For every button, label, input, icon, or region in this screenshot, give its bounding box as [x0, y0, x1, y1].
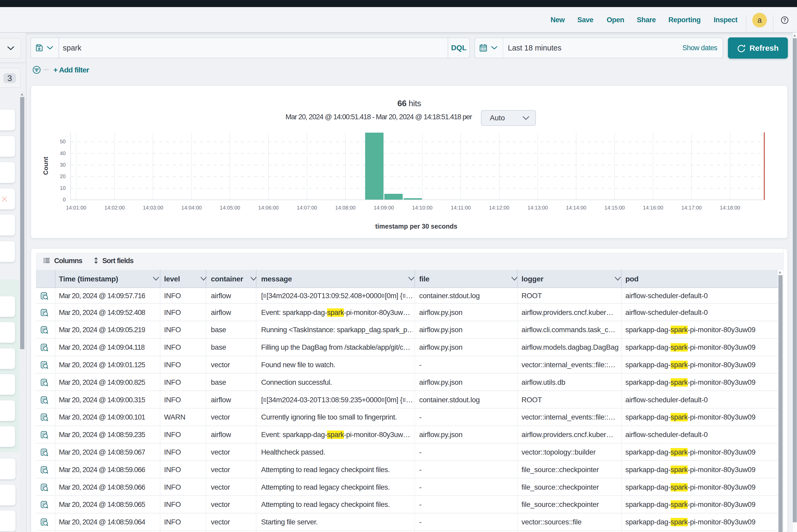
svg-text:?: ?	[783, 18, 786, 23]
